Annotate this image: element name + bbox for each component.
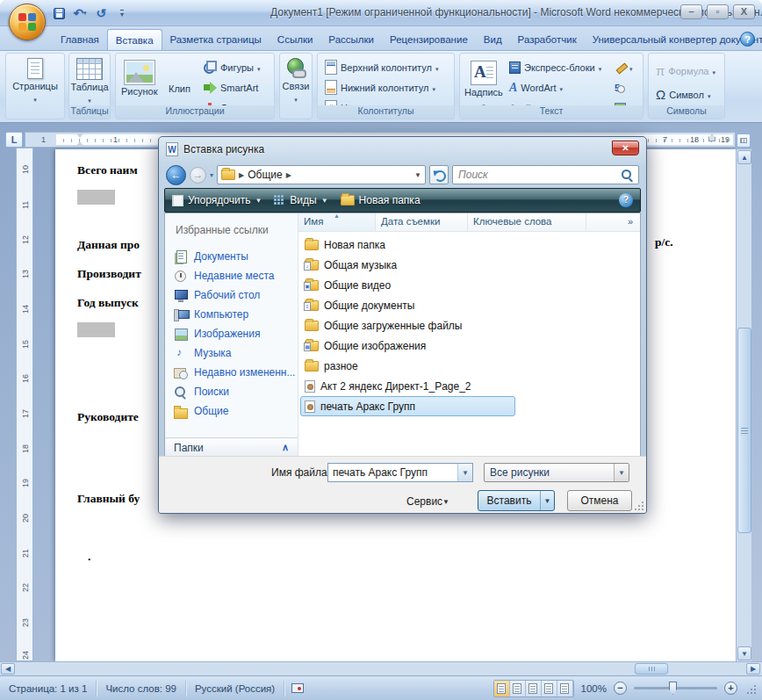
column-date-taken[interactable]: Дата съемки	[376, 213, 468, 231]
header-button[interactable]: Верхний колонтитул	[325, 57, 438, 77]
outline-view-icon[interactable]	[542, 681, 557, 696]
tab-glavnaya[interactable]: Главная	[53, 29, 107, 50]
maximize-button[interactable]: ▫	[707, 4, 729, 19]
nav-item-pictures[interactable]: Изображения	[170, 324, 296, 343]
tab-razmetka[interactable]: Разметка страницы	[162, 29, 270, 50]
reading-view-icon[interactable]	[510, 681, 526, 696]
file-row[interactable]: разное	[300, 356, 638, 376]
nav-item-documents[interactable]: Документы	[170, 247, 296, 266]
zoom-in-icon[interactable]: +	[724, 682, 737, 695]
symbol-button[interactable]: Ω Символ	[656, 83, 715, 106]
web-layout-view-icon[interactable]	[526, 681, 542, 696]
word-count[interactable]: Число слов: 99	[97, 681, 186, 696]
column-name[interactable]: ▲ Имя	[298, 213, 376, 231]
links-button[interactable]: Связи	[280, 54, 312, 119]
nav-item-public[interactable]: Общие	[170, 401, 296, 421]
tab-ssylki[interactable]: Ссылки	[270, 29, 321, 50]
shapes-button[interactable]: Фигуры	[204, 57, 270, 77]
search-input[interactable]: Поиск	[452, 165, 639, 184]
tab-razrabotchik[interactable]: Разработчик	[510, 29, 585, 50]
horizontal-scroll-thumb[interactable]	[635, 663, 668, 675]
scroll-up-icon[interactable]: ▲	[737, 150, 751, 164]
chevron-down-icon[interactable]: ▼	[457, 464, 472, 481]
scroll-right-icon[interactable]: ▶	[746, 663, 760, 675]
dialog-title-bar[interactable]: W Вставка рисунка	[159, 137, 646, 162]
history-dropdown-icon[interactable]: ▾	[210, 171, 213, 179]
draft-view-icon[interactable]	[557, 681, 573, 696]
clipart-button[interactable]: Клип	[169, 56, 190, 94]
vertical-scrollbar[interactable]: ▲ ▼	[736, 149, 751, 661]
indent-marker-icon[interactable]	[76, 134, 84, 146]
file-row[interactable]: ▣Общие видео	[300, 275, 638, 295]
file-row[interactable]: ▦Общие изображения	[300, 336, 638, 356]
file-row[interactable]: ≡Общие документы	[300, 295, 638, 315]
chevron-down-icon[interactable]: ▼	[614, 464, 629, 481]
dialog-resize-grip-icon[interactable]	[633, 500, 643, 510]
tab-recenzirovanie[interactable]: Рецензирование	[382, 29, 476, 50]
macro-record-icon[interactable]	[291, 683, 304, 693]
signature-line-button[interactable]	[615, 57, 633, 77]
dialog-close-button[interactable]: ✕	[612, 141, 639, 155]
zoom-slider-thumb[interactable]	[669, 682, 677, 695]
redo-icon[interactable]: ↺	[93, 5, 109, 21]
vertical-ruler[interactable]: 10 11 12 13 14 15 16 17 18 19 20 21 22 2…	[16, 148, 33, 661]
file-row[interactable]: Общие загруженные файлы	[300, 315, 638, 336]
close-button[interactable]: X	[733, 4, 755, 19]
tab-selector-button[interactable]: L	[5, 132, 23, 148]
column-keywords[interactable]: Ключевые слова	[468, 213, 586, 231]
breadcrumb-folder[interactable]: Общие	[248, 169, 282, 181]
file-row[interactable]: Новая папка	[300, 235, 638, 255]
zoom-out-icon[interactable]: −	[614, 682, 627, 695]
nav-item-recently-changed[interactable]: Недавно измененн...	[170, 363, 296, 382]
save-icon[interactable]	[51, 5, 67, 21]
horizontal-scrollbar[interactable]: ◀ ▶	[0, 661, 762, 675]
file-row-selected[interactable]: печать Аракс Групп	[300, 396, 515, 416]
cancel-button[interactable]: Отмена	[567, 490, 632, 511]
tab-converter[interactable]: Универсальный конвертер документов	[585, 29, 762, 50]
date-time-button[interactable]: 5	[615, 77, 633, 97]
scroll-down-icon[interactable]: ▼	[737, 646, 751, 660]
tools-button[interactable]: Сервис ▼	[403, 492, 452, 511]
filetype-select[interactable]: Все рисунки ▼	[484, 463, 629, 482]
tab-rassylki[interactable]: Рассылки	[320, 29, 382, 50]
forward-icon[interactable]: →	[190, 167, 206, 184]
tab-vid[interactable]: Вид	[476, 29, 510, 50]
zoom-slider[interactable]	[634, 687, 717, 689]
footer-button[interactable]: Нижний колонтитул	[325, 77, 438, 97]
nav-item-computer[interactable]: Компьютер	[170, 305, 296, 324]
nav-item-recent-places[interactable]: Недавние места	[170, 266, 296, 285]
breadcrumb[interactable]: ▶ Общие ▶ ▼	[217, 165, 426, 184]
dialog-help-icon[interactable]: ?	[619, 193, 633, 207]
page-indicator[interactable]: Страница: 1 из 1	[0, 681, 97, 696]
file-row[interactable]: ♪Общая музыка	[300, 255, 638, 275]
scroll-left-icon[interactable]: ◀	[1, 663, 15, 675]
file-row[interactable]: Акт 2 яндекс Директ-1_Page_2	[300, 376, 638, 396]
formula-button[interactable]: π Формула	[656, 59, 715, 83]
vertical-scroll-thumb[interactable]	[737, 328, 751, 533]
refresh-icon[interactable]	[429, 165, 449, 184]
qat-customize-icon[interactable]: ▾	[114, 5, 130, 21]
wordart-button[interactable]: A WordArt	[509, 77, 601, 97]
picture-button[interactable]: Рисунок	[121, 56, 158, 97]
resize-grip-icon[interactable]	[744, 682, 757, 695]
nav-item-searches[interactable]: Поиски	[170, 382, 296, 401]
new-folder-button[interactable]: Новая папка	[341, 194, 421, 206]
insert-button[interactable]: Вставить ▼	[478, 490, 555, 511]
folders-expander[interactable]: Папки ∧	[165, 437, 298, 457]
views-button[interactable]: Виды ▼	[274, 194, 327, 206]
insert-split-arrow-icon[interactable]: ▼	[540, 491, 554, 510]
help-icon[interactable]: ?	[740, 32, 755, 47]
undo-icon[interactable]: ↶▾	[72, 5, 88, 21]
doc-form-field[interactable]	[77, 322, 115, 337]
nav-item-music[interactable]: Музыка	[170, 343, 296, 363]
back-icon[interactable]: ←	[166, 165, 186, 185]
more-columns-button[interactable]: »	[621, 213, 640, 231]
zoom-level[interactable]: 100%	[581, 683, 607, 694]
doc-form-field[interactable]	[77, 190, 115, 205]
quick-parts-button[interactable]: Экспресс-блоки	[509, 57, 601, 77]
ruler-toggle-button[interactable]	[737, 134, 751, 148]
organize-button[interactable]: Упорядочить ▼	[172, 194, 262, 206]
table-button[interactable]: Таблица	[69, 54, 110, 105]
textbox-button[interactable]: Надпись	[464, 56, 503, 110]
filename-input[interactable]: печать Аракс Групп ▼	[327, 463, 473, 482]
